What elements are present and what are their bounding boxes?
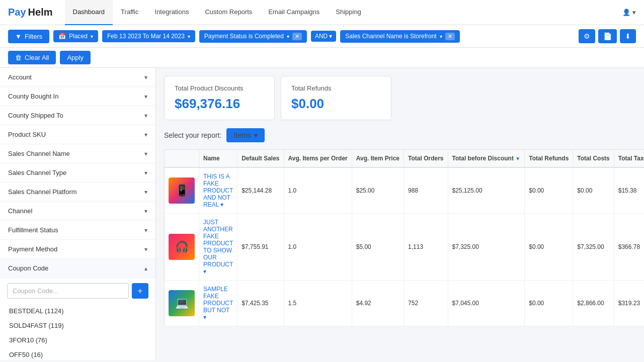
col-name[interactable]: Name — [199, 150, 237, 168]
coupon-list-item[interactable]: 3FOR10 (76) — [7, 333, 148, 347]
coupon-list-item[interactable]: SOLD4FAST (119) — [7, 318, 148, 333]
total-taxes-value: $366.78 — [614, 214, 644, 281]
product-name: SAMPLE FAKE PRODUCT BUT NOT ▾ — [199, 281, 237, 326]
sidebar: Account ▾ County Bought In ▾ County Ship… — [0, 68, 156, 360]
default-sales-value: $25,144.28 — [237, 167, 284, 214]
sidebar-item-coupon-code[interactable]: Coupon Code ▴ — [0, 259, 155, 278]
app-logo: PayHelm — [8, 7, 53, 18]
coupon-add-button[interactable]: + — [132, 283, 148, 299]
sidebar-item-product-sku[interactable]: Product SKU ▾ — [0, 125, 155, 144]
total-costs-value: $7,325.00 — [573, 214, 614, 281]
chevron-down-icon: ▾ — [144, 150, 147, 157]
col-total-costs[interactable]: Total Costs — [573, 150, 614, 168]
report-items-button[interactable]: Items ▾ — [226, 128, 264, 142]
chevron-down-icon: ▾ — [144, 131, 147, 138]
filter-icon: ▼ — [15, 33, 22, 40]
col-avg-price[interactable]: Avg. Item Price — [352, 150, 404, 168]
product-image: 📱 — [169, 177, 195, 204]
sidebar-item-fulfillment-status[interactable]: Fulfillment Status ▾ — [0, 221, 155, 240]
product-thumbnail: 💻 — [165, 281, 199, 326]
payment-status-delete[interactable]: ✕ — [292, 33, 302, 40]
sidebar-item-county-bought-in[interactable]: County Bought In ▾ — [0, 87, 155, 106]
total-taxes-value: $319.23 — [614, 281, 644, 326]
sidebar-item-sales-channel-name[interactable]: Sales Channel Name ▾ — [0, 144, 155, 163]
stat-card-refunds: Total Refunds $0.00 — [281, 76, 391, 120]
placed-arrow: ▾ — [91, 34, 93, 39]
nav-links: Dashboard Traffic Integrations Custom Re… — [65, 0, 623, 25]
calendar-icon: 📅 — [58, 33, 66, 40]
nav-traffic[interactable]: Traffic — [113, 0, 146, 25]
coupon-list-item[interactable]: OFF50 (16) — [7, 347, 148, 360]
filters-button[interactable]: ▼ Filters — [8, 30, 49, 43]
payment-status-chip[interactable]: Payment Status is Completed ▾ ✕ — [199, 30, 307, 43]
export-csv-btn[interactable]: 📄 — [598, 29, 617, 43]
product-name: THIS IS A FAKE PRODUCT AND NOT REAL ▾ — [199, 167, 237, 214]
clear-all-button[interactable]: 🗑 Clear All — [8, 51, 56, 64]
nav-dashboard[interactable]: Dashboard — [65, 0, 113, 25]
nav-shipping[interactable]: Shipping — [328, 0, 369, 25]
col-thumb — [165, 150, 199, 168]
and-badge[interactable]: AND ▾ — [311, 31, 336, 42]
report-label: Select your report: — [164, 131, 221, 139]
total-before-discount-value: $7,325.00 — [448, 214, 525, 281]
chevron-up-icon: ▴ — [144, 265, 147, 272]
product-link[interactable]: THIS IS A FAKE PRODUCT AND NOT REAL ▾ — [203, 173, 233, 208]
table-row: 📱 THIS IS A FAKE PRODUCT AND NOT REAL ▾ … — [165, 167, 645, 214]
main-content: Total Product Discounts $69,376.16 Total… — [156, 68, 644, 360]
report-selector: Select your report: Items ▾ — [164, 128, 636, 142]
table-row: 💻 SAMPLE FAKE PRODUCT BUT NOT ▾ $7,425.3… — [165, 281, 645, 326]
col-total-refunds[interactable]: Total Refunds — [525, 150, 573, 168]
chevron-down-icon: ▾ — [144, 189, 147, 196]
nav-email-campaigns[interactable]: Email Campaigns — [260, 0, 328, 25]
nav-integrations[interactable]: Integrations — [147, 0, 197, 25]
col-total-orders[interactable]: Total Orders — [404, 150, 448, 168]
avg-price-value: $4.92 — [352, 281, 404, 326]
sidebar-item-sales-channel-type[interactable]: Sales Channel Type ▾ — [0, 163, 155, 183]
sidebar-item-payment-method[interactable]: Payment Method ▾ — [0, 240, 155, 259]
download-btn[interactable]: ⬇ — [620, 29, 636, 43]
total-refunds-value: $0.00 — [525, 214, 573, 281]
placed-chip[interactable]: 📅 Placed ▾ — [53, 30, 98, 42]
total-orders-value: 1,113 — [404, 214, 448, 281]
sidebar-item-county-shipped-to[interactable]: County Shipped To ▾ — [0, 106, 155, 125]
nav-custom-reports[interactable]: Custom Reports — [197, 0, 260, 25]
chevron-down-icon: ▾ — [144, 74, 147, 81]
coupon-section: + BESTDEAL (1124) SOLD4FAST (119) 3FOR10… — [0, 278, 155, 360]
product-thumbnail: 🎧 — [165, 214, 199, 281]
product-link[interactable]: SAMPLE FAKE PRODUCT BUT NOT ▾ — [203, 286, 233, 321]
product-name: JUST ANOTHER FAKE PRODUCT TO SHOW OUR PR… — [199, 214, 237, 281]
avg-items-value: 1.5 — [284, 281, 352, 326]
total-costs-value: $2,866.00 — [573, 281, 614, 326]
sidebar-item-account[interactable]: Account ▾ — [0, 68, 155, 87]
coupon-code-input[interactable] — [7, 283, 129, 299]
settings-icon-btn[interactable]: ⚙ — [579, 29, 595, 43]
date-range-chip[interactable]: Feb 13 2023 To Mar 14 2023 ▾ — [102, 30, 195, 42]
sales-channel-delete[interactable]: ✕ — [445, 33, 455, 40]
coupon-list-item[interactable]: BESTDEAL (1124) — [7, 304, 148, 318]
user-menu[interactable]: 👤 ▾ — [622, 9, 636, 16]
sidebar-item-sales-channel-platform[interactable]: Sales Channel Platform ▾ — [0, 183, 155, 202]
trash-icon: 🗑 — [15, 54, 22, 61]
coupon-input-row: + — [7, 283, 148, 299]
col-default-sales[interactable]: Default Sales — [237, 150, 284, 168]
main-layout: Account ▾ County Bought In ▾ County Ship… — [0, 68, 644, 360]
avg-items-value: 1.0 — [284, 214, 352, 281]
sort-icon: ▼ — [515, 156, 520, 161]
total-refunds-value: $0.00 — [525, 167, 573, 214]
chevron-down-icon: ▾ — [144, 93, 147, 100]
total-before-discount-value: $7,045.00 — [448, 281, 525, 326]
chevron-down-icon: ▾ — [144, 112, 147, 119]
col-avg-items[interactable]: Avg. Items per Order — [284, 150, 352, 168]
filter-bar-row2: 🗑 Clear All Apply — [0, 48, 644, 68]
col-total-before-discount[interactable]: Total before Discount ▼ — [448, 150, 525, 168]
sidebar-item-channel[interactable]: Channel ▾ — [0, 202, 155, 221]
stats-row: Total Product Discounts $69,376.16 Total… — [164, 76, 636, 120]
total-orders-value: 988 — [404, 167, 448, 214]
apply-button[interactable]: Apply — [60, 51, 91, 64]
data-table: Name Default Sales Avg. Items per Order … — [164, 149, 644, 326]
product-image: 🎧 — [169, 234, 195, 260]
col-total-taxes[interactable]: Total Taxes — [614, 150, 644, 168]
avg-price-value: $5.00 — [352, 214, 404, 281]
product-link[interactable]: JUST ANOTHER FAKE PRODUCT TO SHOW OUR PR… — [203, 219, 233, 275]
sales-channel-chip[interactable]: Sales Channel Name is Storefront ▾ ✕ — [340, 30, 459, 43]
